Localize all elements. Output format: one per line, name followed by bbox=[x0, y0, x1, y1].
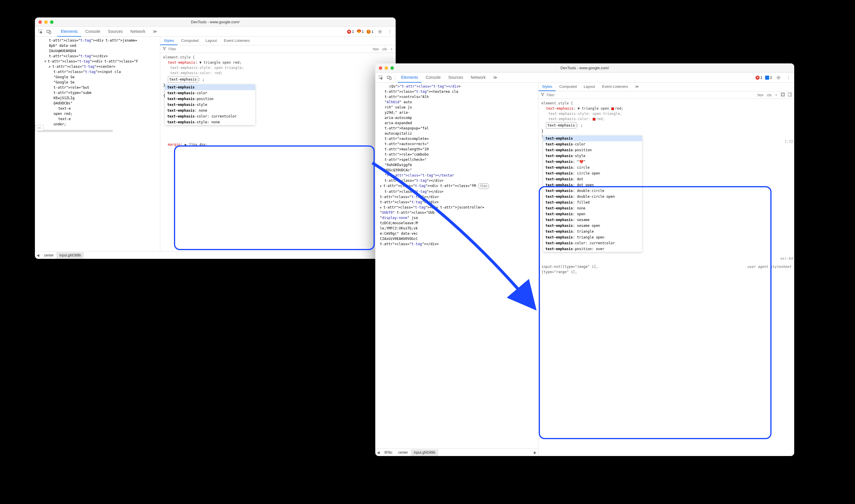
autocomplete-item[interactable]: text-emphasis-position bbox=[165, 96, 255, 102]
subtab-more[interactable]: ≫ bbox=[631, 83, 643, 91]
dom-line[interactable]: t-attr">role="combobo bbox=[378, 152, 538, 157]
tab-sources[interactable]: Sources bbox=[445, 73, 467, 83]
dom-line[interactable]: t-attr">class="t-tag"><textarea cla bbox=[378, 89, 538, 94]
kebab-icon[interactable]: ⋮ bbox=[386, 28, 393, 35]
autocomplete-item[interactable]: text-emphasis: triangle open bbox=[543, 234, 642, 240]
styles-content[interactable]: element.style { text-emphasis: ▼ triangl… bbox=[160, 53, 396, 259]
dom-line[interactable]: VOGcQ39UDCAc" bbox=[378, 167, 538, 173]
autocomplete-item[interactable]: text-emphasis: sesame open bbox=[543, 223, 642, 229]
dom-line[interactable]: "Alh6id" auto bbox=[378, 100, 538, 105]
info-badge[interactable]: ! 1 bbox=[367, 30, 374, 34]
subtab-styles[interactable]: Styles bbox=[160, 37, 177, 45]
maximize-icon[interactable] bbox=[390, 66, 394, 70]
autocomplete-item[interactable]: text-emphasis: none bbox=[543, 205, 642, 211]
tab-network[interactable]: Network bbox=[467, 73, 489, 83]
dom-line[interactable]: autocapitaliz bbox=[378, 131, 538, 136]
autocomplete-item[interactable]: text-emphasis-style bbox=[165, 102, 255, 108]
autocomplete-popup[interactable]: text-emphasistext-emphasis-colortext-emp… bbox=[543, 136, 642, 252]
warning-badge[interactable]: 1 bbox=[357, 29, 364, 34]
dom-line[interactable]: aria-expanded bbox=[378, 121, 538, 126]
error-badge[interactable]: ✕1 bbox=[755, 76, 763, 80]
css-property-input[interactable]: text-emphasis bbox=[168, 76, 198, 83]
styles-content[interactable]: element.style { text-emphasis: ▼ triangl… bbox=[538, 99, 794, 456]
minimize-icon[interactable] bbox=[385, 66, 388, 70]
inspect-icon[interactable] bbox=[378, 74, 385, 81]
autocomplete-item[interactable]: text-emphasis: double-circle bbox=[543, 188, 642, 194]
autocomplete-item[interactable]: text-emphasis: open bbox=[543, 211, 642, 217]
tab-more[interactable]: ≫ bbox=[489, 73, 501, 83]
subtab-computed[interactable]: Computed bbox=[177, 37, 202, 45]
autocomplete-item[interactable]: text-emphasis: none bbox=[165, 108, 255, 113]
maximize-icon[interactable] bbox=[50, 20, 54, 24]
subtab-listeners[interactable]: Event Listeners bbox=[599, 83, 631, 91]
dom-line[interactable]: t-attr">class="t-tag"><input cla bbox=[37, 69, 160, 74]
dom-line[interactable]: text-e bbox=[37, 116, 160, 122]
dom-line[interactable]: t-attr">class="t-tag"></div> bbox=[378, 241, 538, 247]
inspect-icon[interactable] bbox=[37, 28, 44, 35]
dom-line[interactable]: ▶t-attr">class="t-tag"><div t-attr">clas… bbox=[378, 183, 538, 189]
dom-line[interactable]: t-attr">haspopup="fal bbox=[378, 126, 538, 131]
subtab-styles[interactable]: Styles bbox=[538, 83, 556, 91]
error-badge[interactable]: ✕1 bbox=[347, 30, 354, 34]
dom-line[interactable]: "0ahUKEwiggfe bbox=[378, 162, 538, 167]
autocomplete-item[interactable]: text-emphasis-color: currentcolor bbox=[165, 113, 255, 119]
subtab-layout[interactable]: Layout bbox=[202, 37, 220, 45]
dom-line[interactable]: t-attr">autocorrect=" bbox=[378, 141, 538, 147]
breadcrumb-prev[interactable]: ◀ bbox=[35, 253, 41, 257]
dom-line[interactable]: y29d;" aria- bbox=[378, 110, 538, 115]
autocomplete-item[interactable]: text-emphasis-color: currentcolor bbox=[543, 240, 642, 246]
autocomplete-item[interactable]: text-emphasis bbox=[543, 136, 642, 141]
autocomplete-item[interactable]: text-emphasis-color bbox=[543, 141, 642, 147]
autocomplete-item[interactable]: text-emphasis-style bbox=[543, 153, 642, 159]
dom-line[interactable]: t-attr">role="but bbox=[37, 85, 160, 90]
dom-line[interactable]: IAxUqWUEAHQU4 bbox=[37, 48, 160, 54]
dom-line[interactable]: t-attr">spellcheck=" bbox=[378, 157, 538, 162]
hov-toggle[interactable]: :hov bbox=[372, 47, 379, 51]
dom-line[interactable]: e:CmV0gc" data-vec bbox=[378, 231, 538, 236]
dom-line[interactable]: ">"t-attr">class="t-tag"></textar bbox=[378, 173, 538, 178]
autocomplete-item[interactable]: text-emphasis: dot bbox=[543, 176, 642, 182]
device-icon[interactable] bbox=[386, 74, 393, 81]
autocomplete-item[interactable]: text-emphasis: circle bbox=[543, 165, 642, 170]
dom-tree[interactable]: t-attr">class="t-tag"><div t-attr">jsnam… bbox=[35, 37, 160, 259]
breadcrumb[interactable]: ◀ center input.gNO89b ▶ bbox=[35, 251, 396, 259]
dom-line[interactable]: open red; bbox=[37, 111, 160, 116]
dom-line[interactable]: "UUbT9" t-attr">class="UUb bbox=[378, 210, 538, 215]
dom-line[interactable]: t-attr">class="t-tag"></div> bbox=[37, 54, 160, 59]
gear-icon[interactable] bbox=[775, 74, 782, 81]
tab-elements[interactable]: Elements bbox=[398, 73, 422, 83]
dom-line[interactable]: ▶t-attr">class="t-tag"><center> bbox=[37, 64, 160, 69]
overflow-handle[interactable]: ⋯ bbox=[35, 125, 43, 131]
autocomplete-item[interactable]: text-emphasis-position bbox=[543, 147, 642, 153]
dom-line[interactable]: t-attr">class="t-tag"><div t-attr">jsnam… bbox=[37, 38, 160, 43]
dom-line[interactable]: 8pb" data-ved bbox=[37, 43, 160, 48]
dom-line[interactable]: ▶t-attr">class="t-tag"><div t-attr">jsco… bbox=[378, 205, 538, 210]
dom-line[interactable]: Q4dUDCBs" bbox=[37, 101, 160, 106]
crumb[interactable]: 9FBc bbox=[381, 449, 395, 456]
css-property-input[interactable]: text-emphasis bbox=[546, 122, 576, 128]
autocomplete-item[interactable]: text-emphasis-position: over bbox=[543, 246, 642, 252]
autocomplete-item[interactable]: text-emphasis-style: none bbox=[165, 119, 255, 125]
autocomplete-item[interactable]: text-emphasis: sesame bbox=[543, 217, 642, 223]
dom-line[interactable]: text-e bbox=[37, 106, 160, 111]
dom-line[interactable]: rch" value js bbox=[378, 105, 538, 110]
add-rule-icon[interactable]: ＋ bbox=[390, 47, 393, 52]
message-badge[interactable]: 2 bbox=[765, 76, 772, 80]
autocomplete-item[interactable]: text-emphasis: circle open bbox=[543, 170, 642, 176]
filter-input[interactable] bbox=[547, 93, 754, 97]
autocomplete-item[interactable]: text-emphasis-color bbox=[165, 90, 255, 96]
close-icon[interactable] bbox=[379, 66, 382, 70]
breadcrumb-prev[interactable]: ◀ bbox=[375, 450, 381, 454]
autocomplete-item[interactable]: text-emphasis bbox=[165, 84, 255, 90]
computed-toggle-icon[interactable] bbox=[781, 92, 785, 97]
dom-line[interactable]: t-attr">class="t-tag"></div> bbox=[378, 199, 538, 205]
dom-line[interactable]: t-attr">type="subm bbox=[37, 90, 160, 95]
autocomplete-item[interactable]: text-emphasis: filled bbox=[543, 199, 642, 205]
autocomplete-popup[interactable]: text-emphasistext-emphasis-colortext-emp… bbox=[165, 84, 255, 125]
dom-line[interactable]: ▼t-attr">class="t-tag"><div t-attr">clas… bbox=[37, 59, 160, 64]
dom-line[interactable]: t-attr">controls="Alh bbox=[378, 94, 538, 100]
autocomplete-item[interactable]: text-emphasis: double-circle open bbox=[543, 194, 642, 199]
dom-line[interactable]: t-attr">maxlength="20 bbox=[378, 147, 538, 152]
tab-console[interactable]: Console bbox=[422, 73, 444, 83]
add-rule-icon[interactable]: ＋ bbox=[774, 92, 778, 97]
